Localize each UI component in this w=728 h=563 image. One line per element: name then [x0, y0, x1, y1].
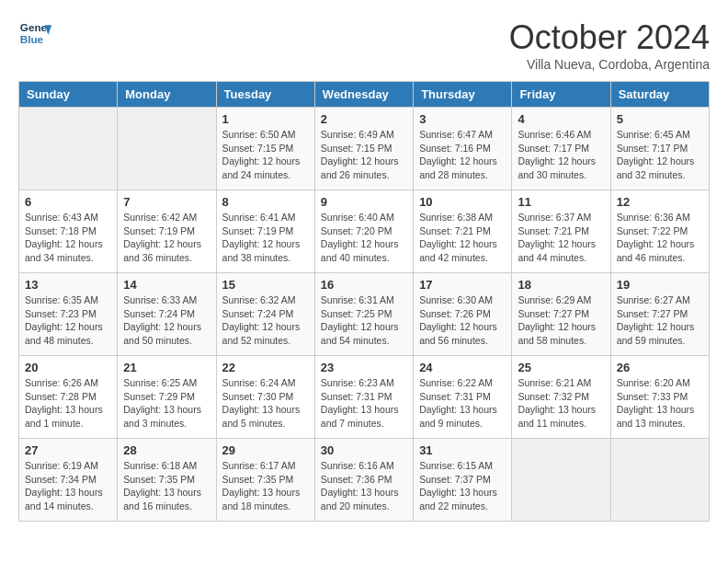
calendar-week-row: 6Sunrise: 6:43 AM Sunset: 7:18 PM Daylig… — [19, 190, 710, 273]
calendar-cell: 21Sunrise: 6:25 AM Sunset: 7:29 PM Dayli… — [118, 356, 216, 439]
page-header: General Blue October 2024 Villa Nueva, C… — [18, 18, 710, 72]
day-header-monday: Monday — [118, 82, 216, 108]
calendar-cell: 31Sunrise: 6:15 AM Sunset: 7:37 PM Dayli… — [414, 439, 512, 522]
day-number: 7 — [123, 195, 210, 209]
day-info: Sunrise: 6:50 AM Sunset: 7:15 PM Dayligh… — [222, 128, 309, 182]
day-number: 5 — [617, 112, 703, 126]
calendar-week-row: 1Sunrise: 6:50 AM Sunset: 7:15 PM Daylig… — [19, 108, 710, 190]
calendar-cell: 6Sunrise: 6:43 AM Sunset: 7:18 PM Daylig… — [19, 190, 118, 273]
calendar-cell — [512, 439, 610, 522]
day-info: Sunrise: 6:49 AM Sunset: 7:15 PM Dayligh… — [321, 128, 407, 182]
day-number: 9 — [321, 195, 407, 209]
calendar-cell: 13Sunrise: 6:35 AM Sunset: 7:23 PM Dayli… — [19, 273, 118, 356]
calendar-cell — [610, 439, 709, 522]
day-number: 11 — [518, 195, 604, 209]
day-info: Sunrise: 6:25 AM Sunset: 7:29 PM Dayligh… — [123, 376, 210, 431]
day-info: Sunrise: 6:22 AM Sunset: 7:31 PM Dayligh… — [419, 376, 506, 431]
calendar-cell: 17Sunrise: 6:30 AM Sunset: 7:26 PM Dayli… — [414, 273, 512, 356]
title-block: October 2024 Villa Nueva, Cordoba, Argen… — [509, 18, 710, 72]
logo-icon: General Blue — [18, 18, 51, 52]
day-number: 21 — [123, 361, 210, 374]
calendar-cell: 3Sunrise: 6:47 AM Sunset: 7:16 PM Daylig… — [414, 108, 512, 190]
day-info: Sunrise: 6:47 AM Sunset: 7:16 PM Dayligh… — [419, 128, 506, 182]
day-info: Sunrise: 6:30 AM Sunset: 7:26 PM Dayligh… — [419, 293, 506, 348]
day-number: 28 — [123, 443, 210, 457]
calendar-cell: 22Sunrise: 6:24 AM Sunset: 7:30 PM Dayli… — [216, 356, 314, 439]
day-info: Sunrise: 6:35 AM Sunset: 7:23 PM Dayligh… — [25, 293, 111, 348]
day-info: Sunrise: 6:46 AM Sunset: 7:17 PM Dayligh… — [518, 128, 604, 182]
calendar-cell: 15Sunrise: 6:32 AM Sunset: 7:24 PM Dayli… — [216, 273, 314, 356]
calendar-cell: 29Sunrise: 6:17 AM Sunset: 7:35 PM Dayli… — [216, 439, 314, 522]
day-number: 15 — [222, 278, 309, 292]
day-info: Sunrise: 6:16 AM Sunset: 7:36 PM Dayligh… — [321, 459, 407, 513]
calendar-cell: 9Sunrise: 6:40 AM Sunset: 7:20 PM Daylig… — [314, 190, 413, 273]
day-info: Sunrise: 6:26 AM Sunset: 7:28 PM Dayligh… — [25, 376, 111, 431]
day-info: Sunrise: 6:43 AM Sunset: 7:18 PM Dayligh… — [25, 211, 111, 265]
day-number: 20 — [25, 361, 111, 374]
calendar-cell: 26Sunrise: 6:20 AM Sunset: 7:33 PM Dayli… — [610, 356, 709, 439]
day-number: 8 — [222, 195, 309, 209]
calendar-cell: 4Sunrise: 6:46 AM Sunset: 7:17 PM Daylig… — [512, 108, 610, 190]
calendar-cell: 18Sunrise: 6:29 AM Sunset: 7:27 PM Dayli… — [512, 273, 610, 356]
logo: General Blue — [18, 18, 51, 52]
day-info: Sunrise: 6:32 AM Sunset: 7:24 PM Dayligh… — [222, 293, 309, 348]
calendar-cell: 28Sunrise: 6:18 AM Sunset: 7:35 PM Dayli… — [118, 439, 216, 522]
day-info: Sunrise: 6:23 AM Sunset: 7:31 PM Dayligh… — [321, 376, 407, 431]
day-info: Sunrise: 6:31 AM Sunset: 7:25 PM Dayligh… — [321, 293, 407, 348]
location-subtitle: Villa Nueva, Cordoba, Argentina — [509, 57, 710, 72]
day-info: Sunrise: 6:17 AM Sunset: 7:35 PM Dayligh… — [222, 459, 309, 513]
day-number: 29 — [222, 443, 309, 457]
calendar-table: SundayMondayTuesdayWednesdayThursdayFrid… — [18, 81, 710, 522]
day-info: Sunrise: 6:45 AM Sunset: 7:17 PM Dayligh… — [617, 128, 703, 182]
day-number: 13 — [25, 278, 111, 292]
day-info: Sunrise: 6:29 AM Sunset: 7:27 PM Dayligh… — [518, 293, 604, 348]
day-header-thursday: Thursday — [414, 82, 512, 108]
calendar-cell: 8Sunrise: 6:41 AM Sunset: 7:19 PM Daylig… — [216, 190, 314, 273]
calendar-cell — [118, 108, 216, 190]
calendar-cell: 14Sunrise: 6:33 AM Sunset: 7:24 PM Dayli… — [118, 273, 216, 356]
day-number: 1 — [222, 112, 309, 126]
calendar-cell — [19, 108, 118, 190]
calendar-cell: 10Sunrise: 6:38 AM Sunset: 7:21 PM Dayli… — [414, 190, 512, 273]
calendar-week-row: 20Sunrise: 6:26 AM Sunset: 7:28 PM Dayli… — [19, 356, 710, 439]
day-header-sunday: Sunday — [19, 82, 118, 108]
day-info: Sunrise: 6:36 AM Sunset: 7:22 PM Dayligh… — [617, 211, 703, 265]
calendar-cell: 2Sunrise: 6:49 AM Sunset: 7:15 PM Daylig… — [314, 108, 413, 190]
day-info: Sunrise: 6:18 AM Sunset: 7:35 PM Dayligh… — [123, 459, 210, 513]
svg-text:Blue: Blue — [20, 33, 44, 45]
day-header-saturday: Saturday — [610, 82, 709, 108]
day-number: 17 — [419, 278, 506, 292]
day-number: 12 — [617, 195, 703, 209]
day-info: Sunrise: 6:37 AM Sunset: 7:21 PM Dayligh… — [518, 211, 604, 265]
calendar-cell: 5Sunrise: 6:45 AM Sunset: 7:17 PM Daylig… — [610, 108, 709, 190]
day-number: 23 — [321, 361, 407, 374]
day-number: 2 — [321, 112, 407, 126]
day-number: 16 — [321, 278, 407, 292]
calendar-cell: 19Sunrise: 6:27 AM Sunset: 7:27 PM Dayli… — [610, 273, 709, 356]
calendar-cell: 11Sunrise: 6:37 AM Sunset: 7:21 PM Dayli… — [512, 190, 610, 273]
day-number: 18 — [518, 278, 604, 292]
calendar-week-row: 27Sunrise: 6:19 AM Sunset: 7:34 PM Dayli… — [19, 439, 710, 522]
calendar-cell: 23Sunrise: 6:23 AM Sunset: 7:31 PM Dayli… — [314, 356, 413, 439]
day-number: 30 — [321, 443, 407, 457]
calendar-cell: 16Sunrise: 6:31 AM Sunset: 7:25 PM Dayli… — [314, 273, 413, 356]
day-info: Sunrise: 6:15 AM Sunset: 7:37 PM Dayligh… — [419, 459, 506, 513]
day-number: 26 — [617, 361, 703, 374]
day-number: 4 — [518, 112, 604, 126]
calendar-cell: 24Sunrise: 6:22 AM Sunset: 7:31 PM Dayli… — [414, 356, 512, 439]
day-info: Sunrise: 6:19 AM Sunset: 7:34 PM Dayligh… — [25, 459, 111, 513]
day-number: 22 — [222, 361, 309, 374]
day-header-tuesday: Tuesday — [216, 82, 314, 108]
day-number: 27 — [25, 443, 111, 457]
calendar-cell: 1Sunrise: 6:50 AM Sunset: 7:15 PM Daylig… — [216, 108, 314, 190]
day-number: 24 — [419, 361, 506, 374]
calendar-cell: 7Sunrise: 6:42 AM Sunset: 7:19 PM Daylig… — [118, 190, 216, 273]
day-number: 3 — [419, 112, 506, 126]
day-info: Sunrise: 6:42 AM Sunset: 7:19 PM Dayligh… — [123, 211, 210, 265]
day-number: 14 — [123, 278, 210, 292]
day-info: Sunrise: 6:20 AM Sunset: 7:33 PM Dayligh… — [617, 376, 703, 431]
calendar-cell: 12Sunrise: 6:36 AM Sunset: 7:22 PM Dayli… — [610, 190, 709, 273]
calendar-cell: 27Sunrise: 6:19 AM Sunset: 7:34 PM Dayli… — [19, 439, 118, 522]
calendar-cell: 25Sunrise: 6:21 AM Sunset: 7:32 PM Dayli… — [512, 356, 610, 439]
day-info: Sunrise: 6:38 AM Sunset: 7:21 PM Dayligh… — [419, 211, 506, 265]
